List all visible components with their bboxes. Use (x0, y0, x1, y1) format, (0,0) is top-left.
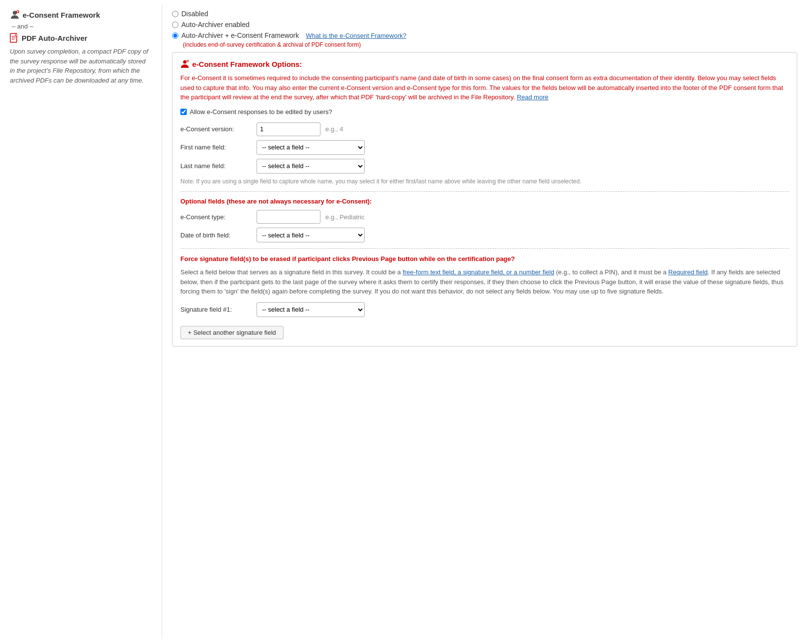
econsent-version-row: e-Consent version: e.g., 4 (180, 122, 789, 136)
last-name-row: Last name field: -- select a field -- (180, 159, 789, 174)
radio-both[interactable] (172, 32, 178, 39)
econsent-framework-title: e-Consent Framework (10, 10, 152, 20)
signature-field1-select[interactable]: -- select a field -- (257, 302, 365, 317)
allow-edit-checkbox[interactable] (180, 109, 187, 115)
signature-section-title: Force signature field(s) to be erased if… (180, 255, 789, 263)
econsent-description: For e-Consent it is sometimes required t… (180, 73, 789, 102)
read-more-link[interactable]: Read more (517, 93, 548, 101)
radio-item-both[interactable]: Auto-Archiver + e-Consent Framework What… (172, 31, 797, 39)
last-name-label: Last name field: (180, 162, 257, 170)
econsent-options-box: e-Consent Framework Options: For e-Conse… (172, 52, 797, 347)
signature-field1-label: Signature field #1: (180, 306, 257, 313)
first-name-row: First name field: -- select a field -- (180, 140, 789, 155)
select-another-signature-button[interactable]: + Select another signature field (180, 326, 284, 339)
radio-item-autoarchiver[interactable]: Auto-Archiver enabled (172, 21, 797, 29)
includes-text: (includes end-of-survey certification & … (183, 41, 797, 48)
signature-description: Select a field below that serves as a si… (180, 267, 789, 296)
econsent-type-row: e-Consent type: e.g., Pediatric (180, 210, 789, 224)
econsent-version-input[interactable] (257, 122, 320, 136)
svg-point-0 (13, 11, 17, 15)
econsent-framework-link[interactable]: What is the e-Consent Framework? (306, 32, 406, 39)
signature-field1-row: Signature field #1: -- select a field -- (180, 302, 789, 317)
allow-edit-row[interactable]: Allow e-Consent responses to be edited b… (180, 108, 789, 116)
dob-select[interactable]: -- select a field -- (257, 228, 365, 242)
dob-label: Date of birth field: (180, 232, 257, 239)
pdf-archiver-title: PDF Auto-Archiver (10, 33, 152, 43)
radio-item-disabled[interactable]: Disabled (172, 10, 797, 18)
econsent-version-label: e-Consent version: (180, 125, 257, 133)
right-panel: Disabled Auto-Archiver enabled Auto-Arch… (162, 5, 807, 639)
radio-disabled[interactable] (172, 11, 178, 17)
first-name-select[interactable]: -- select a field -- (257, 140, 365, 155)
mode-radio-group: Disabled Auto-Archiver enabled Auto-Arch… (172, 10, 797, 48)
svg-point-3 (183, 60, 187, 64)
divider-1 (180, 191, 789, 192)
signature-link1[interactable]: free-form text field, a signature field,… (403, 268, 554, 276)
econsent-type-input[interactable] (257, 210, 320, 224)
radio-autoarchiver[interactable] (172, 22, 178, 28)
allow-edit-label: Allow e-Consent responses to be edited b… (190, 108, 332, 116)
radio-autoarchiver-label: Auto-Archiver enabled (181, 21, 250, 29)
radio-both-label: Auto-Archiver + e-Consent Framework (181, 31, 299, 39)
econsent-version-hint: e.g., 4 (325, 125, 343, 133)
econsent-options-title: e-Consent Framework Options: (180, 59, 789, 68)
person-icon (10, 10, 20, 20)
econsent-type-hint: e.g., Pediatric (325, 213, 365, 221)
econsent-type-label: e-Consent type: (180, 213, 257, 221)
radio-disabled-label: Disabled (181, 10, 208, 18)
last-name-select[interactable]: -- select a field -- (257, 159, 365, 174)
name-note: Note: If you are using a single field to… (180, 177, 789, 186)
left-description: Upon survey completion, a compact PDF co… (10, 47, 152, 85)
optional-title: Optional fields (these are not always ne… (180, 198, 789, 205)
pdf-icon (10, 33, 19, 43)
and-text: – and – (10, 23, 152, 30)
dob-row: Date of birth field: -- select a field -… (180, 228, 789, 242)
econsent-person-icon (180, 59, 189, 68)
signature-link2[interactable]: Required field (668, 268, 708, 276)
divider-2 (180, 248, 789, 249)
left-panel: e-Consent Framework – and – PDF Auto-Arc… (5, 5, 162, 639)
first-name-label: First name field: (180, 144, 257, 151)
